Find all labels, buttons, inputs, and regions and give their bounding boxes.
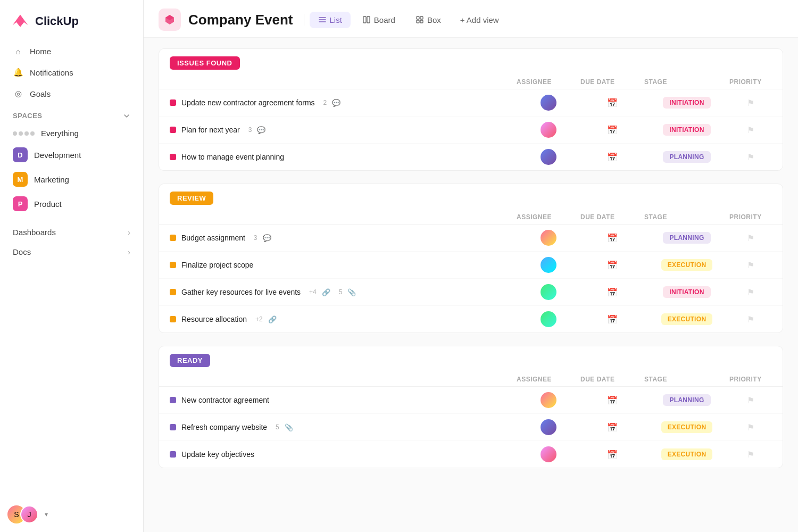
- sidebar: ClickUp ⌂ Home 🔔 Notifications ◎ Goals S…: [0, 0, 144, 532]
- flag-icon: ⚑: [747, 233, 754, 243]
- svg-rect-1: [363, 16, 366, 23]
- sidebar-item-goals[interactable]: ◎ Goals: [5, 83, 138, 104]
- sidebar-item-docs[interactable]: Docs ›: [5, 242, 138, 262]
- table-row[interactable]: Plan for next year 3 💬 📅 INITIATION ⚑: [159, 117, 783, 144]
- board-view-icon: [362, 15, 371, 24]
- spaces-nav: Everything D Development M Marketing P P…: [0, 124, 143, 216]
- avatar-stack: S J: [7, 505, 38, 523]
- everything-icon: [13, 131, 35, 136]
- table-row[interactable]: Refresh company website 5 📎 📅 EXECUTION …: [159, 414, 783, 441]
- flag-icon: ⚑: [747, 287, 754, 297]
- col-due-date: DUE DATE: [580, 213, 644, 221]
- table-row[interactable]: Resource allocation +2 🔗 📅 EXECUTION ⚑: [159, 306, 783, 332]
- spaces-header: Spaces: [0, 104, 143, 124]
- stage-badge: PLANNING: [663, 151, 710, 163]
- col-headers-review: ASSIGNEE DUE DATE STAGE PRIORITY: [159, 210, 783, 225]
- stage-badge: EXECUTION: [661, 448, 713, 460]
- calendar-icon: 📅: [607, 98, 618, 108]
- task-name: Budget assignment: [181, 234, 245, 242]
- table-row[interactable]: How to manage event planning 📅 PLANNING …: [159, 144, 783, 170]
- col-stage: STAGE: [644, 213, 729, 221]
- sidebar-item-marketing-label: Marketing: [34, 175, 69, 184]
- task-name: Update key objectives: [181, 450, 254, 459]
- sidebar-item-home[interactable]: ⌂ Home: [5, 40, 138, 62]
- svg-rect-2: [367, 16, 370, 23]
- calendar-icon: 📅: [607, 314, 618, 325]
- avatar: [541, 311, 556, 327]
- task-name: Resource allocation: [181, 315, 247, 323]
- sidebar-item-product[interactable]: P Product: [5, 192, 138, 216]
- table-row[interactable]: Gather key resources for live events +4 …: [159, 279, 783, 306]
- docs-expand-icon: ›: [128, 247, 130, 256]
- task-name: Refresh company website: [181, 423, 267, 431]
- tab-box-label: Box: [427, 15, 441, 24]
- tab-list-label: List: [330, 15, 342, 24]
- avatar: [541, 149, 556, 165]
- stage-badge: INITIATION: [663, 124, 710, 136]
- tab-box[interactable]: Box: [407, 12, 450, 28]
- group-issues-header: ISSUES FOUND: [159, 49, 783, 75]
- sidebar-item-marketing[interactable]: M Marketing: [5, 167, 138, 192]
- sidebar-item-dashboards[interactable]: Dashboards ›: [5, 222, 138, 242]
- sidebar-item-notifications-label: Notifications: [30, 68, 73, 77]
- avatar: [541, 284, 556, 300]
- comment-icon: 💬: [263, 234, 271, 242]
- link-icon: 🔗: [322, 288, 330, 296]
- sidebar-item-development[interactable]: D Development: [5, 143, 138, 167]
- task-name: Plan for next year: [181, 126, 240, 134]
- task-status-dot: [170, 289, 176, 295]
- logo[interactable]: ClickUp: [0, 0, 143, 40]
- attach-icon: 📎: [285, 423, 293, 431]
- table-row[interactable]: New contractor agreement 📅 PLANNING ⚑: [159, 387, 783, 414]
- col-assignee: ASSIGNEE: [517, 78, 580, 86]
- marketing-icon: M: [13, 172, 28, 187]
- flag-icon: ⚑: [747, 395, 754, 405]
- table-row[interactable]: Finalize project scope 📅 EXECUTION ⚑: [159, 252, 783, 279]
- stage-badge: INITIATION: [663, 286, 710, 298]
- table-row[interactable]: Update new contractor agreement forms 2 …: [159, 89, 783, 117]
- task-status-dot: [170, 451, 176, 458]
- col-due-date: DUE DATE: [580, 376, 644, 383]
- task-name: How to manage event planning: [181, 153, 284, 161]
- sidebar-item-everything-label: Everything: [41, 129, 79, 138]
- avatar: J: [20, 505, 38, 523]
- col-priority: PRIORITY: [729, 78, 772, 86]
- group-issues-found: ISSUES FOUND ASSIGNEE DUE DATE STAGE PRI…: [159, 48, 783, 171]
- stage-badge: PLANNING: [663, 394, 710, 406]
- stage-badge: EXECUTION: [661, 421, 713, 433]
- task-status-dot: [170, 127, 176, 133]
- task-content: ISSUES FOUND ASSIGNEE DUE DATE STAGE PRI…: [144, 38, 798, 532]
- table-row[interactable]: Update key objectives 📅 EXECUTION ⚑: [159, 441, 783, 468]
- box-view-icon: [415, 15, 424, 24]
- chevron-down-icon: [123, 112, 130, 120]
- sidebar-item-goals-label: Goals: [30, 89, 51, 98]
- logo-text: ClickUp: [35, 14, 79, 28]
- table-row[interactable]: Budget assignment 3 💬 📅 PLANNING ⚑: [159, 225, 783, 252]
- task-status-dot: [170, 424, 176, 430]
- home-icon: ⌂: [13, 46, 23, 56]
- col-priority: PRIORITY: [729, 376, 772, 383]
- stage-badge: INITIATION: [663, 97, 710, 109]
- group-review: REVIEW ASSIGNEE DUE DATE STAGE PRIORITY …: [159, 184, 783, 333]
- col-priority: PRIORITY: [729, 213, 772, 221]
- avatar: [541, 230, 556, 246]
- col-headers-issues: ASSIGNEE DUE DATE STAGE PRIORITY: [159, 75, 783, 89]
- task-name: Gather key resources for live events: [181, 288, 301, 296]
- sidebar-item-everything[interactable]: Everything: [5, 124, 138, 143]
- svg-marker-0: [13, 14, 28, 27]
- avatar: [541, 392, 556, 408]
- tab-separator: [304, 14, 304, 26]
- user-profile[interactable]: S J ▾: [0, 497, 143, 532]
- flag-icon: ⚑: [747, 422, 754, 433]
- avatar: [541, 95, 556, 111]
- add-view-button[interactable]: + Add view: [453, 12, 506, 28]
- clickup-logo-icon: [11, 12, 30, 31]
- docs-label: Docs: [13, 247, 31, 256]
- tab-board[interactable]: Board: [354, 12, 404, 28]
- comment-icon: 💬: [257, 126, 265, 134]
- group-ready-badge: READY: [170, 354, 210, 367]
- tab-list[interactable]: List: [310, 12, 351, 28]
- svg-rect-6: [420, 20, 423, 23]
- task-name: New contractor agreement: [181, 396, 269, 404]
- sidebar-item-notifications[interactable]: 🔔 Notifications: [5, 62, 138, 83]
